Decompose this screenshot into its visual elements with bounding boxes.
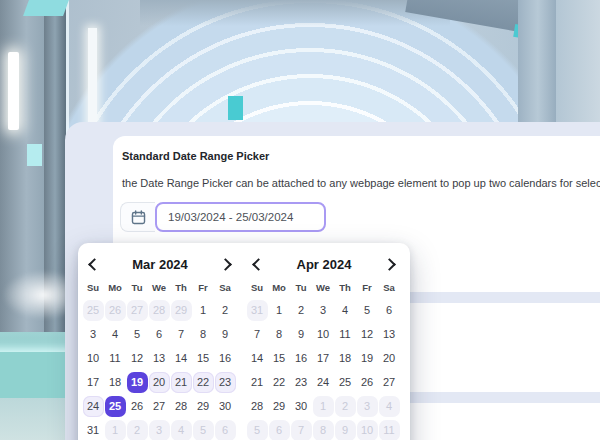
- day-cell[interactable]: 8: [313, 420, 334, 440]
- day-cell[interactable]: 5: [193, 420, 214, 440]
- day-cell[interactable]: 10: [83, 348, 104, 369]
- day-cell[interactable]: 23: [291, 372, 312, 393]
- day-cell[interactable]: 6: [215, 420, 236, 440]
- day-cell[interactable]: 30: [291, 396, 312, 417]
- day-cell[interactable]: 18: [335, 348, 356, 369]
- day-cell[interactable]: 5: [127, 324, 148, 345]
- day-cell[interactable]: 13: [149, 348, 170, 369]
- day-cell[interactable]: 18: [105, 372, 126, 393]
- day-cell[interactable]: 9: [335, 420, 356, 440]
- day-cell[interactable]: 23: [215, 372, 236, 393]
- day-cell[interactable]: 20: [379, 348, 400, 369]
- day-cell[interactable]: 6: [379, 300, 400, 321]
- day-cell[interactable]: 2: [127, 420, 148, 440]
- day-cell[interactable]: 26: [127, 396, 148, 417]
- day-grid: 3112345678910111213141516171819202122232…: [246, 298, 402, 440]
- day-cell[interactable]: 30: [215, 396, 236, 417]
- day-cell[interactable]: 4: [379, 396, 400, 417]
- day-cell[interactable]: 12: [357, 324, 378, 345]
- day-cell[interactable]: 27: [379, 372, 400, 393]
- day-cell[interactable]: 24: [83, 396, 104, 417]
- day-cell[interactable]: 27: [127, 300, 148, 321]
- day-cell[interactable]: 5: [357, 300, 378, 321]
- day-cell[interactable]: 4: [105, 324, 126, 345]
- day-cell[interactable]: 19: [357, 348, 378, 369]
- day-cell[interactable]: 11: [105, 348, 126, 369]
- day-cell[interactable]: 29: [171, 300, 192, 321]
- day-cell[interactable]: 6: [269, 420, 290, 440]
- day-cell[interactable]: 5: [247, 420, 268, 440]
- day-cell[interactable]: 17: [83, 372, 104, 393]
- day-cell[interactable]: 7: [171, 324, 192, 345]
- prev-month-button[interactable]: [82, 253, 104, 275]
- day-cell[interactable]: 7: [291, 420, 312, 440]
- day-cell[interactable]: 2: [335, 396, 356, 417]
- day-cell[interactable]: 8: [193, 324, 214, 345]
- day-cell[interactable]: 4: [171, 420, 192, 440]
- calendar-icon-button[interactable]: [120, 202, 155, 232]
- day-cell[interactable]: 26: [357, 372, 378, 393]
- day-cell[interactable]: 6: [149, 324, 170, 345]
- day-cell[interactable]: 21: [171, 372, 192, 393]
- day-cell[interactable]: 4: [335, 300, 356, 321]
- day-cell[interactable]: 16: [215, 348, 236, 369]
- day-cell[interactable]: 24: [313, 372, 334, 393]
- day-cell[interactable]: 19: [127, 372, 148, 393]
- day-cell[interactable]: 3: [313, 300, 334, 321]
- day-cell[interactable]: 22: [269, 372, 290, 393]
- day-cell[interactable]: 15: [193, 348, 214, 369]
- next-month-button[interactable]: [216, 253, 238, 275]
- day-cell[interactable]: 20: [149, 372, 170, 393]
- day-cell[interactable]: 21: [247, 372, 268, 393]
- weekday-label: Th: [334, 281, 356, 295]
- day-cell[interactable]: 25: [105, 396, 126, 417]
- teal-accent-decoration: [23, 0, 69, 16]
- day-cell[interactable]: 27: [149, 396, 170, 417]
- day-cell[interactable]: 29: [269, 396, 290, 417]
- day-cell[interactable]: 16: [291, 348, 312, 369]
- day-cell[interactable]: 29: [193, 396, 214, 417]
- day-cell[interactable]: 26: [105, 300, 126, 321]
- day-cell[interactable]: 11: [379, 420, 400, 440]
- day-cell[interactable]: 22: [193, 372, 214, 393]
- day-cell[interactable]: 3: [83, 324, 104, 345]
- day-cell[interactable]: 11: [335, 324, 356, 345]
- day-cell[interactable]: 31: [83, 420, 104, 440]
- day-cell[interactable]: 25: [83, 300, 104, 321]
- day-cell[interactable]: 28: [247, 396, 268, 417]
- day-cell[interactable]: 3: [149, 420, 170, 440]
- prev-month-button[interactable]: [246, 253, 268, 275]
- day-cell[interactable]: 9: [215, 324, 236, 345]
- description-text: the Date Range Picker can be attached to…: [122, 177, 600, 189]
- next-month-button[interactable]: [380, 253, 402, 275]
- page-title: Standard Date Range Picker: [113, 136, 600, 162]
- month-title: Apr 2024: [268, 257, 380, 272]
- day-cell[interactable]: 2: [215, 300, 236, 321]
- day-cell[interactable]: 10: [357, 420, 378, 440]
- day-cell[interactable]: 1: [105, 420, 126, 440]
- day-cell[interactable]: 1: [193, 300, 214, 321]
- day-cell[interactable]: 1: [313, 396, 334, 417]
- day-cell[interactable]: 12: [127, 348, 148, 369]
- day-cell[interactable]: 8: [269, 324, 290, 345]
- day-cell[interactable]: 7: [247, 324, 268, 345]
- day-cell[interactable]: 28: [149, 300, 170, 321]
- day-cell[interactable]: 15: [269, 348, 290, 369]
- day-cell[interactable]: 31: [247, 300, 268, 321]
- day-cell[interactable]: 28: [171, 396, 192, 417]
- date-range-input[interactable]: [155, 202, 326, 232]
- weekday-label: Tu: [126, 281, 148, 295]
- day-cell[interactable]: 3: [357, 396, 378, 417]
- day-cell[interactable]: 14: [171, 348, 192, 369]
- calendar-icon: [130, 209, 147, 226]
- day-cell[interactable]: 9: [291, 324, 312, 345]
- day-cell[interactable]: 14: [247, 348, 268, 369]
- day-cell[interactable]: 1: [269, 300, 290, 321]
- day-cell[interactable]: 17: [313, 348, 334, 369]
- weekday-label: Mo: [268, 281, 290, 295]
- day-cell[interactable]: 13: [379, 324, 400, 345]
- day-cell[interactable]: 25: [335, 372, 356, 393]
- day-cell[interactable]: 2: [291, 300, 312, 321]
- day-cell[interactable]: 10: [313, 324, 334, 345]
- month-header: Apr 2024: [246, 252, 402, 276]
